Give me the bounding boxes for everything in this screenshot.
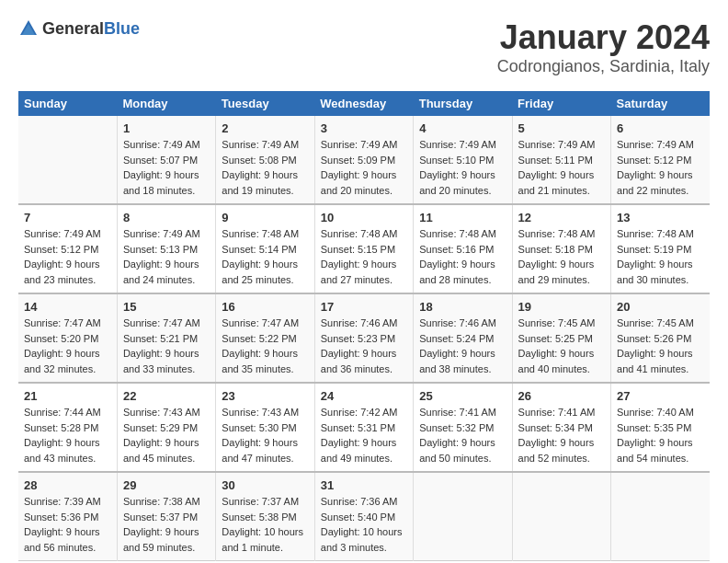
day-info: Sunrise: 7:47 AMSunset: 5:21 PMDaylight:… (123, 316, 210, 376)
day-info: Sunrise: 7:47 AMSunset: 5:20 PMDaylight:… (24, 316, 111, 376)
calendar-cell: 28Sunrise: 7:39 AMSunset: 5:36 PMDayligh… (18, 472, 117, 561)
calendar-cell: 10Sunrise: 7:48 AMSunset: 5:15 PMDayligh… (314, 204, 413, 293)
calendar-cell: 8Sunrise: 7:49 AMSunset: 5:13 PMDaylight… (117, 204, 215, 293)
weekday-header: Thursday (414, 91, 512, 116)
calendar-cell: 21Sunrise: 7:44 AMSunset: 5:28 PMDayligh… (18, 383, 117, 472)
day-number: 30 (222, 478, 308, 492)
day-info: Sunrise: 7:49 AMSunset: 5:13 PMDaylight:… (123, 226, 210, 287)
calendar-week-row: 28Sunrise: 7:39 AMSunset: 5:36 PMDayligh… (18, 472, 710, 561)
day-number: 26 (518, 389, 605, 403)
day-number: 25 (419, 389, 506, 403)
calendar-week-row: 1Sunrise: 7:49 AMSunset: 5:07 PMDaylight… (18, 116, 710, 204)
day-number: 11 (419, 211, 506, 224)
day-number: 6 (617, 121, 704, 135)
calendar-header-row: SundayMondayTuesdayWednesdayThursdayFrid… (18, 91, 710, 116)
calendar-cell: 11Sunrise: 7:48 AMSunset: 5:16 PMDayligh… (414, 204, 512, 293)
weekday-header: Friday (512, 91, 610, 116)
weekday-header: Monday (117, 91, 215, 116)
day-number: 15 (123, 300, 210, 314)
calendar-week-row: 7Sunrise: 7:49 AMSunset: 5:12 PMDaylight… (18, 204, 710, 293)
day-info: Sunrise: 7:45 AMSunset: 5:26 PMDaylight:… (617, 316, 704, 376)
calendar-cell: 27Sunrise: 7:40 AMSunset: 5:35 PMDayligh… (611, 383, 710, 472)
calendar-cell: 1Sunrise: 7:49 AMSunset: 5:07 PMDaylight… (117, 116, 215, 204)
calendar-cell: 15Sunrise: 7:47 AMSunset: 5:21 PMDayligh… (117, 293, 215, 383)
day-number: 17 (321, 300, 407, 314)
day-info: Sunrise: 7:48 AMSunset: 5:18 PMDaylight:… (518, 226, 605, 287)
calendar-table: SundayMondayTuesdayWednesdayThursdayFrid… (18, 91, 710, 561)
day-number: 23 (222, 389, 308, 403)
calendar-cell: 29Sunrise: 7:38 AMSunset: 5:37 PMDayligh… (117, 472, 215, 561)
day-info: Sunrise: 7:49 AMSunset: 5:10 PMDaylight:… (419, 137, 506, 198)
day-number: 27 (617, 389, 704, 403)
subtitle: Codrongianos, Sardinia, Italy (497, 57, 710, 76)
day-info: Sunrise: 7:43 AMSunset: 5:30 PMDaylight:… (222, 405, 308, 465)
calendar-cell: 3Sunrise: 7:49 AMSunset: 5:09 PMDaylight… (314, 116, 413, 204)
day-info: Sunrise: 7:36 AMSunset: 5:40 PMDaylight:… (321, 494, 407, 555)
calendar-cell (611, 472, 710, 561)
day-info: Sunrise: 7:49 AMSunset: 5:08 PMDaylight:… (222, 137, 308, 198)
day-info: Sunrise: 7:43 AMSunset: 5:29 PMDaylight:… (123, 405, 210, 465)
logo-general-text: General (42, 19, 104, 38)
calendar-cell: 16Sunrise: 7:47 AMSunset: 5:22 PMDayligh… (216, 293, 314, 383)
day-info: Sunrise: 7:46 AMSunset: 5:24 PMDaylight:… (419, 316, 506, 376)
day-info: Sunrise: 7:49 AMSunset: 5:12 PMDaylight:… (24, 226, 111, 287)
day-info: Sunrise: 7:48 AMSunset: 5:14 PMDaylight:… (222, 226, 308, 287)
day-number: 29 (123, 478, 210, 492)
day-info: Sunrise: 7:42 AMSunset: 5:31 PMDaylight:… (321, 405, 407, 465)
day-number: 2 (222, 121, 308, 135)
calendar-cell: 22Sunrise: 7:43 AMSunset: 5:29 PMDayligh… (117, 383, 215, 472)
day-number: 18 (419, 300, 506, 314)
weekday-header: Saturday (611, 91, 710, 116)
calendar-cell: 31Sunrise: 7:36 AMSunset: 5:40 PMDayligh… (314, 472, 413, 561)
day-number: 9 (222, 211, 308, 224)
page-header: GeneralBlue January 2024 Codrongianos, S… (18, 18, 710, 76)
main-title: January 2024 (497, 18, 710, 57)
day-number: 28 (24, 478, 111, 492)
weekday-header: Tuesday (216, 91, 314, 116)
day-number: 8 (123, 211, 210, 224)
calendar-cell: 9Sunrise: 7:48 AMSunset: 5:14 PMDaylight… (216, 204, 314, 293)
day-number: 21 (24, 389, 111, 403)
day-info: Sunrise: 7:45 AMSunset: 5:25 PMDaylight:… (518, 316, 605, 376)
day-info: Sunrise: 7:49 AMSunset: 5:09 PMDaylight:… (321, 137, 407, 198)
day-info: Sunrise: 7:41 AMSunset: 5:34 PMDaylight:… (518, 405, 605, 465)
calendar-cell (414, 472, 512, 561)
calendar-cell: 19Sunrise: 7:45 AMSunset: 5:25 PMDayligh… (512, 293, 610, 383)
weekday-header: Sunday (18, 91, 117, 116)
calendar-cell: 18Sunrise: 7:46 AMSunset: 5:24 PMDayligh… (414, 293, 512, 383)
weekday-header: Wednesday (314, 91, 413, 116)
day-number: 22 (123, 389, 210, 403)
day-number: 13 (617, 211, 704, 224)
calendar-cell: 6Sunrise: 7:49 AMSunset: 5:12 PMDaylight… (611, 116, 710, 204)
day-info: Sunrise: 7:44 AMSunset: 5:28 PMDaylight:… (24, 405, 111, 465)
title-area: January 2024 Codrongianos, Sardinia, Ita… (497, 18, 710, 76)
calendar-cell: 14Sunrise: 7:47 AMSunset: 5:20 PMDayligh… (18, 293, 117, 383)
calendar-cell: 25Sunrise: 7:41 AMSunset: 5:32 PMDayligh… (414, 383, 512, 472)
day-number: 1 (123, 121, 210, 135)
calendar-cell: 30Sunrise: 7:37 AMSunset: 5:38 PMDayligh… (216, 472, 314, 561)
logo-icon (18, 18, 39, 39)
day-info: Sunrise: 7:41 AMSunset: 5:32 PMDaylight:… (419, 405, 506, 465)
day-info: Sunrise: 7:48 AMSunset: 5:15 PMDaylight:… (321, 226, 407, 287)
calendar-cell: 12Sunrise: 7:48 AMSunset: 5:18 PMDayligh… (512, 204, 610, 293)
calendar-cell: 20Sunrise: 7:45 AMSunset: 5:26 PMDayligh… (611, 293, 710, 383)
calendar-cell: 2Sunrise: 7:49 AMSunset: 5:08 PMDaylight… (216, 116, 314, 204)
day-number: 4 (419, 121, 506, 135)
calendar-week-row: 14Sunrise: 7:47 AMSunset: 5:20 PMDayligh… (18, 293, 710, 383)
calendar-cell: 7Sunrise: 7:49 AMSunset: 5:12 PMDaylight… (18, 204, 117, 293)
day-info: Sunrise: 7:46 AMSunset: 5:23 PMDaylight:… (321, 316, 407, 376)
calendar-cell: 24Sunrise: 7:42 AMSunset: 5:31 PMDayligh… (314, 383, 413, 472)
day-info: Sunrise: 7:49 AMSunset: 5:07 PMDaylight:… (123, 137, 210, 198)
calendar-cell (18, 116, 117, 204)
calendar-cell (512, 472, 610, 561)
day-number: 20 (617, 300, 704, 314)
calendar-cell: 13Sunrise: 7:48 AMSunset: 5:19 PMDayligh… (611, 204, 710, 293)
day-number: 16 (222, 300, 308, 314)
day-number: 3 (321, 121, 407, 135)
day-number: 5 (518, 121, 605, 135)
day-number: 12 (518, 211, 605, 224)
day-number: 10 (321, 211, 407, 224)
calendar-cell: 23Sunrise: 7:43 AMSunset: 5:30 PMDayligh… (216, 383, 314, 472)
day-info: Sunrise: 7:49 AMSunset: 5:12 PMDaylight:… (617, 137, 704, 198)
calendar-cell: 5Sunrise: 7:49 AMSunset: 5:11 PMDaylight… (512, 116, 610, 204)
